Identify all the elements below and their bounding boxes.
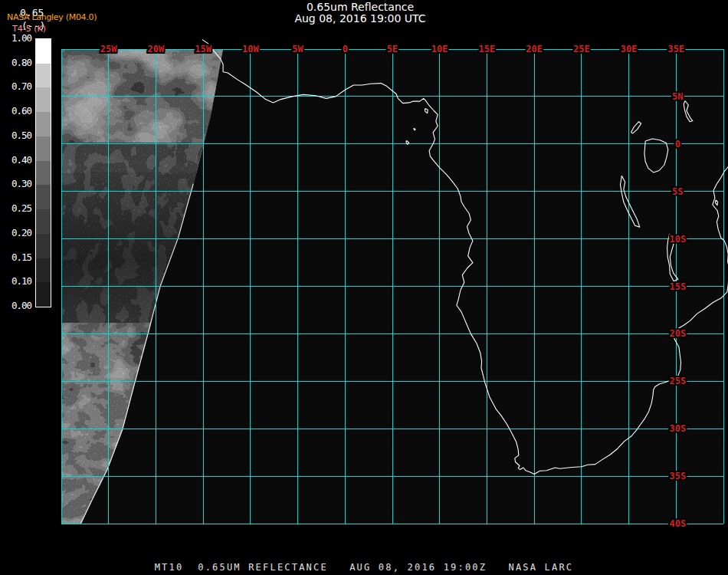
- longitude-label: 10W: [242, 44, 259, 54]
- longitude-label: 5W: [292, 44, 303, 54]
- longitude-label: 5E: [387, 44, 398, 54]
- latitude-label: 20S: [669, 328, 686, 339]
- longitude-label: 15W: [195, 44, 212, 54]
- latitude-label: 0: [675, 139, 680, 150]
- longitude-label: 25E: [573, 44, 590, 54]
- longitude-label: 35E: [667, 44, 684, 54]
- satellite-quicklook-viewer: 0.65um Reflectance Aug 08, 2016 19:00 UT…: [0, 0, 728, 575]
- latitude-label: 5N: [672, 91, 683, 102]
- longitude-label: 0: [343, 44, 348, 54]
- longitude-label: 10E: [431, 44, 448, 54]
- latitude-label: 35S: [669, 471, 686, 481]
- longitude-label: 20W: [148, 44, 165, 54]
- latitude-label: 30S: [669, 423, 686, 434]
- latitude-label: 15S: [669, 281, 686, 292]
- footer-caption: MT10 0.65UM REFLECTANCE AUG 08, 2016 19:…: [0, 562, 728, 573]
- latitude-label: 25S: [669, 376, 686, 386]
- latitude-label: 10S: [669, 234, 686, 245]
- longitude-label: 15E: [479, 44, 496, 54]
- latitude-label: 40S: [669, 518, 686, 529]
- longitude-label: 20E: [526, 44, 543, 54]
- longitude-label: 30E: [621, 44, 638, 54]
- map-canvas: 25W20W15W10W5W05E10E15E20E25E30E35E5N05S…: [0, 0, 728, 575]
- longitude-label: 25W: [100, 44, 117, 54]
- latitude-label: 5S: [672, 186, 683, 197]
